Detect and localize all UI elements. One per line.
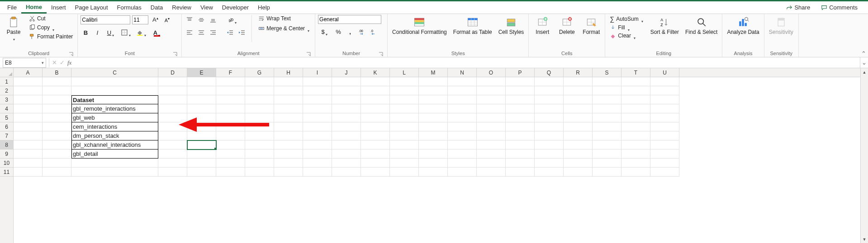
cell-G11[interactable] [245, 168, 274, 177]
cell-D8[interactable] [158, 140, 187, 150]
cell-H4[interactable] [274, 104, 303, 113]
cell-C5[interactable]: gbl_web [71, 113, 158, 122]
cell-S5[interactable] [593, 113, 621, 122]
cell-N3[interactable] [448, 95, 477, 104]
row-header-3[interactable]: 3 [0, 95, 13, 104]
column-header-I[interactable]: I [303, 68, 332, 77]
cell-A2[interactable] [14, 86, 43, 95]
tab-insert[interactable]: Insert [47, 2, 71, 13]
cell-B2[interactable] [43, 86, 71, 95]
column-header-Q[interactable]: Q [535, 68, 564, 77]
cell-J2[interactable] [332, 86, 361, 95]
cell-H6[interactable] [274, 122, 303, 131]
row-header-1[interactable]: 1 [0, 77, 13, 86]
cell-T9[interactable] [621, 150, 650, 159]
cell-L4[interactable] [390, 104, 419, 113]
row-header-6[interactable]: 6 [0, 122, 13, 131]
cell-E5[interactable] [187, 113, 216, 122]
cell-U8[interactable] [650, 140, 679, 150]
cell-S4[interactable] [593, 104, 621, 113]
increase-decimal-button[interactable]: .00 [357, 27, 367, 37]
comments-button[interactable]: Comments [818, 3, 861, 12]
cell-N11[interactable] [448, 168, 477, 177]
row-header-10[interactable]: 10 [0, 159, 13, 168]
cell-D6[interactable] [158, 122, 187, 131]
cell-D11[interactable] [158, 168, 187, 177]
cell-M2[interactable] [419, 86, 448, 95]
cell-Q11[interactable] [535, 168, 564, 177]
cell-F4[interactable] [216, 104, 245, 113]
decrease-indent-button[interactable] [225, 28, 235, 37]
cell-N7[interactable] [448, 131, 477, 140]
cell-M11[interactable] [419, 168, 448, 177]
cell-O1[interactable] [477, 77, 506, 86]
fx-icon[interactable]: fx [67, 59, 74, 66]
dialog-launcher-icon[interactable] [378, 51, 384, 57]
cell-Q6[interactable] [535, 122, 564, 131]
sensitivity-button[interactable]: Sensitivity [767, 15, 795, 36]
cell-N10[interactable] [448, 159, 477, 168]
row-header-9[interactable]: 9 [0, 150, 13, 159]
cell-R11[interactable] [564, 168, 593, 177]
cell-A4[interactable] [14, 104, 43, 113]
formula-input[interactable] [74, 58, 860, 68]
percent-format-button[interactable]: % [333, 27, 343, 37]
italic-button[interactable]: I [92, 28, 102, 37]
cell-N8[interactable] [448, 140, 477, 150]
cell-D2[interactable] [158, 86, 187, 95]
cell-R6[interactable] [564, 122, 593, 131]
cell-A8[interactable] [14, 140, 43, 150]
cell-T5[interactable] [621, 113, 650, 122]
cell-S8[interactable] [593, 140, 621, 150]
cell-I11[interactable] [303, 168, 332, 177]
cell-E2[interactable] [187, 86, 216, 95]
font-size-select[interactable] [132, 15, 148, 24]
align-center-button[interactable] [196, 28, 206, 37]
cell-A1[interactable] [14, 77, 43, 86]
cell-R1[interactable] [564, 77, 593, 86]
borders-button[interactable] [119, 28, 133, 37]
cell-T6[interactable] [621, 122, 650, 131]
cell-T8[interactable] [621, 140, 650, 150]
cell-L7[interactable] [390, 131, 419, 140]
cell-D3[interactable] [158, 95, 187, 104]
number-format-select[interactable] [318, 15, 381, 24]
cell-P2[interactable] [506, 86, 535, 95]
accept-formula-icon[interactable]: ✓ [60, 59, 65, 66]
cell-Q3[interactable] [535, 95, 564, 104]
cell-S7[interactable] [593, 131, 621, 140]
cell-F7[interactable] [216, 131, 245, 140]
cell-G7[interactable] [245, 131, 274, 140]
cell-O11[interactable] [477, 168, 506, 177]
cell-U11[interactable] [650, 168, 679, 177]
column-header-R[interactable]: R [564, 68, 593, 77]
cell-F1[interactable] [216, 77, 245, 86]
cell-U9[interactable] [650, 150, 679, 159]
cell-H8[interactable] [274, 140, 303, 150]
cell-U10[interactable] [650, 159, 679, 168]
cell-Q4[interactable] [535, 104, 564, 113]
column-header-U[interactable]: U [650, 68, 679, 77]
cell-B10[interactable] [43, 159, 71, 168]
orientation-button[interactable]: ab [225, 15, 239, 25]
cell-G1[interactable] [245, 77, 274, 86]
font-name-select[interactable] [81, 15, 130, 24]
cell-P11[interactable] [506, 168, 535, 177]
cell-G4[interactable] [245, 104, 274, 113]
tab-review[interactable]: Review [167, 2, 196, 13]
cell-E8[interactable] [187, 140, 216, 150]
cell-B8[interactable] [43, 140, 71, 150]
cell-K10[interactable] [361, 159, 390, 168]
cell-Q5[interactable] [535, 113, 564, 122]
format-as-table-button[interactable]: Format as Table [451, 15, 494, 36]
scroll-track[interactable] [861, 76, 868, 235]
cell-I3[interactable] [303, 95, 332, 104]
cut-button[interactable]: Cut [27, 15, 75, 22]
name-box-dropdown[interactable]: ▾ [42, 61, 44, 65]
column-header-J[interactable]: J [332, 68, 361, 77]
cell-T4[interactable] [621, 104, 650, 113]
tab-page-layout[interactable]: Page Layout [71, 2, 113, 13]
cell-D1[interactable] [158, 77, 187, 86]
cell-H5[interactable] [274, 113, 303, 122]
row-header-8[interactable]: 8 [0, 140, 13, 150]
